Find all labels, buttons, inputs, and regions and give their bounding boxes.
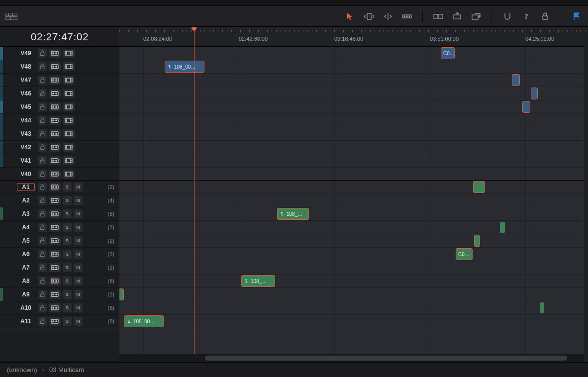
video-lane-area[interactable]: C0…108_00… — [119, 47, 584, 181]
scrollbar-thumb[interactable] — [205, 356, 567, 361]
track-label[interactable]: V40 — [17, 171, 35, 178]
video-clip[interactable] — [523, 101, 530, 112]
timeline-lane[interactable] — [119, 87, 584, 100]
lock-icon[interactable] — [38, 290, 47, 299]
audio-clip[interactable]: 108_… — [242, 276, 275, 286]
audio-track-header[interactable]: A10SM(8) — [0, 301, 119, 315]
track-label[interactable]: A3 — [17, 210, 35, 217]
lock-icon[interactable] — [38, 236, 47, 245]
track-label[interactable]: V45 — [17, 103, 35, 110]
timeline-lane[interactable] — [119, 141, 584, 154]
audio-track-header[interactable]: A3SM(8) — [0, 207, 119, 221]
track-label[interactable]: A2 — [17, 197, 35, 204]
video-track-header[interactable]: V42 — [0, 141, 119, 154]
mute-button[interactable]: M — [74, 250, 83, 259]
auto-select-icon[interactable] — [49, 183, 61, 191]
selection-tool-icon[interactable] — [344, 11, 357, 21]
replace-clip-icon[interactable] — [470, 11, 483, 21]
lock-icon[interactable] — [38, 102, 47, 111]
lock-icon[interactable] — [38, 76, 47, 85]
auto-select-icon[interactable] — [49, 116, 61, 125]
track-label[interactable]: A9 — [17, 291, 35, 298]
mute-button[interactable]: M — [74, 263, 83, 272]
timeline-lane[interactable] — [119, 168, 584, 181]
lock-icon[interactable] — [38, 143, 47, 152]
audio-track-header[interactable]: A8SM(8) — [0, 275, 119, 288]
auto-select-icon[interactable] — [49, 303, 61, 312]
track-label[interactable]: V47 — [17, 77, 35, 84]
video-clip[interactable] — [531, 88, 537, 99]
auto-select-icon[interactable] — [49, 129, 61, 138]
timeline-lane[interactable] — [119, 261, 584, 275]
audio-clip[interactable]: 108_00… — [124, 316, 163, 327]
video-clip[interactable] — [512, 75, 519, 86]
mute-button[interactable]: M — [74, 277, 83, 285]
audio-clip[interactable]: 108_… — [278, 208, 308, 219]
track-label[interactable]: V44 — [17, 117, 35, 124]
track-label[interactable]: A8 — [17, 278, 35, 284]
trim-end-icon[interactable] — [382, 11, 394, 21]
lock-icon[interactable] — [38, 277, 47, 285]
video-track-header[interactable]: V43 — [0, 127, 119, 141]
timeline[interactable]: 02:08:24:0002:42:36:0003:16:48:0003:51:0… — [119, 27, 584, 362]
solo-button[interactable]: S — [63, 263, 72, 272]
track-label[interactable]: A10 — [17, 304, 35, 311]
solo-button[interactable]: S — [63, 236, 72, 245]
track-type-icon[interactable] — [63, 49, 75, 58]
auto-select-icon[interactable] — [49, 209, 61, 218]
audio-clip[interactable] — [475, 235, 480, 246]
breadcrumb-leaf[interactable]: 03 Multicam — [49, 366, 84, 374]
video-track-header[interactable]: V44 — [0, 114, 119, 127]
lock-icon[interactable] — [38, 250, 47, 259]
video-track-header[interactable]: V47 — [0, 74, 119, 87]
auto-select-icon[interactable] — [49, 170, 61, 179]
timeline-lane[interactable] — [119, 194, 584, 207]
auto-select-icon[interactable] — [49, 196, 61, 205]
lock-icon[interactable] — [38, 183, 47, 191]
auto-select-icon[interactable] — [49, 76, 61, 85]
auto-select-icon[interactable] — [49, 89, 61, 98]
timeline-lane[interactable] — [119, 207, 584, 221]
video-track-header[interactable]: V48 — [0, 60, 119, 74]
auto-select-icon[interactable] — [49, 223, 61, 232]
overwrite-clip-icon[interactable] — [451, 11, 464, 21]
video-clip[interactable]: C0… — [441, 48, 454, 59]
solo-button[interactable]: S — [63, 250, 72, 259]
solo-button[interactable]: S — [63, 209, 72, 218]
lock-icon[interactable] — [38, 156, 47, 165]
track-label[interactable]: V42 — [17, 144, 35, 151]
track-type-icon[interactable] — [63, 129, 75, 138]
lock-icon[interactable] — [38, 116, 47, 125]
link-toggle-icon[interactable] — [520, 11, 533, 21]
track-type-icon[interactable] — [63, 76, 75, 85]
solo-button[interactable]: S — [63, 223, 72, 232]
solo-button[interactable]: S — [63, 317, 72, 326]
lock-icon[interactable] — [38, 129, 47, 138]
auto-select-icon[interactable] — [49, 317, 61, 326]
horizontal-scrollbar[interactable] — [119, 354, 584, 362]
audio-track-header[interactable]: A2SM(4) — [0, 194, 119, 207]
solo-button[interactable]: S — [63, 303, 72, 312]
audio-track-header[interactable]: A4SM(2) — [0, 221, 119, 234]
timeline-lane[interactable] — [119, 100, 584, 114]
mute-button[interactable]: M — [74, 236, 83, 245]
track-label[interactable]: V48 — [17, 63, 35, 70]
track-type-icon[interactable] — [63, 102, 75, 111]
timeline-lane[interactable] — [119, 221, 584, 234]
auto-select-icon[interactable] — [49, 156, 61, 165]
lock-icon[interactable] — [38, 223, 47, 232]
timeline-lane[interactable] — [119, 248, 584, 261]
track-label[interactable]: A7 — [17, 264, 35, 271]
timeline-lane[interactable] — [119, 114, 584, 127]
lock-icon[interactable] — [38, 317, 47, 326]
lock-toggle-icon[interactable] — [539, 11, 552, 21]
blade-tool-icon[interactable] — [400, 11, 413, 21]
track-label[interactable]: V41 — [17, 157, 35, 164]
audio-clip[interactable] — [540, 302, 544, 313]
timeline-view-icon[interactable] — [5, 11, 18, 21]
auto-select-icon[interactable] — [49, 143, 61, 152]
audio-track-header[interactable]: A1SM(2) — [0, 181, 119, 194]
audio-track-header[interactable]: A9SM(2) — [0, 288, 119, 301]
mute-button[interactable]: M — [74, 223, 83, 232]
audio-track-header[interactable]: A7SM(2) — [0, 261, 119, 275]
